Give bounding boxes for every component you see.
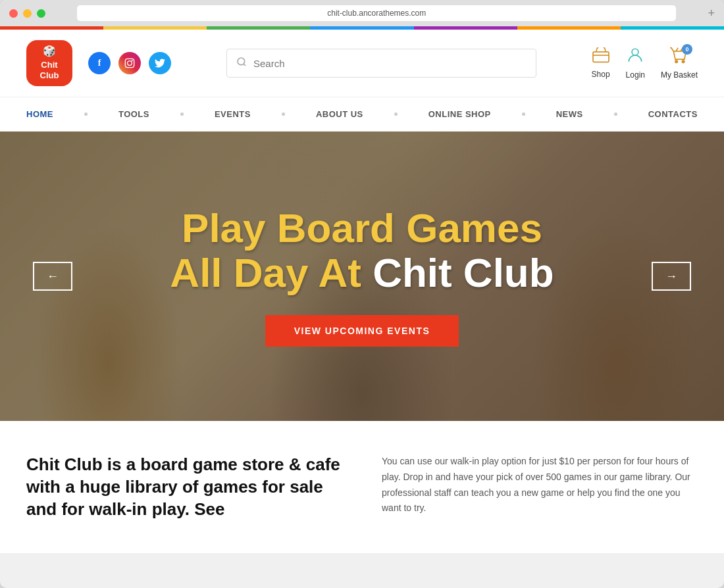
login-label: Login (626, 70, 645, 80)
site-header: 🎲 Chit Club f (0, 30, 724, 97)
svg-line-4 (244, 64, 246, 66)
basket-label: My Basket (661, 70, 698, 80)
instagram-icon[interactable] (118, 52, 141, 74)
svg-point-7 (632, 49, 638, 55)
nav-items-list: HOME TOOLS EVENTS ABOUT US ONLINE SHOP (26, 109, 698, 119)
nav-dot-4 (394, 112, 398, 116)
color-segment-purple (414, 26, 517, 30)
basket-badge: 0 (682, 44, 692, 55)
nav-dot-5 (522, 112, 525, 116)
content-right-text: You can use our walk-in play option for … (382, 454, 698, 516)
nav-link-home[interactable]: HOME (26, 109, 53, 119)
login-icon (627, 47, 644, 68)
content-section: Chit Club is a board game store & cafe w… (0, 421, 724, 553)
shop-label: Shop (592, 70, 610, 79)
nav-link-news[interactable]: NEWS (556, 109, 583, 119)
nav-link-about[interactable]: ABOUT US (316, 109, 363, 119)
url-text: chit-club.ancorathemes.com (327, 9, 426, 18)
nav-dot-3 (282, 112, 285, 116)
arrow-left-icon: ← (47, 270, 59, 283)
nav-dot-1 (84, 112, 88, 116)
new-tab-button[interactable]: + (708, 7, 715, 20)
color-segment-yellow (103, 26, 207, 30)
facebook-icon[interactable]: f (88, 52, 111, 74)
svg-point-2 (132, 60, 133, 61)
shop-action[interactable]: Shop (592, 47, 610, 79)
nav-item-events[interactable]: EVENTS (215, 109, 251, 119)
close-button[interactable] (9, 9, 18, 18)
hero-section: ← Play Board Games All Day At Chit Club … (0, 132, 724, 421)
minimize-button[interactable] (23, 9, 32, 18)
svg-point-9 (682, 61, 684, 62)
browser-titlebar: chit-club.ancorathemes.com + (0, 0, 724, 26)
nav-link-events[interactable]: EVENTS (215, 109, 251, 119)
logo-dice-icon: 🎲 (43, 45, 56, 59)
basket-action[interactable]: 0 My Basket (661, 47, 698, 80)
search-bar (226, 49, 536, 78)
svg-point-3 (238, 58, 245, 65)
nav-item-about[interactable]: ABOUT US (316, 109, 363, 119)
hero-title-white: Chit Club (373, 250, 554, 295)
hero-cta-button[interactable]: VIEW UPCOMING EVENTS (265, 315, 459, 347)
svg-rect-5 (593, 52, 609, 62)
login-action[interactable]: Login (626, 47, 645, 80)
nav-item-home[interactable]: HOME (26, 109, 53, 119)
search-input[interactable] (253, 58, 527, 69)
logo-line1: Chit (41, 60, 57, 71)
site-navigation: HOME TOOLS EVENTS ABOUT US ONLINE SHOP (0, 97, 724, 132)
hero-title-line2: All Day At Chit Club (170, 251, 554, 295)
color-segment-cyan (621, 26, 724, 30)
search-icon (236, 57, 247, 70)
svg-rect-0 (125, 59, 134, 67)
nav-dot-6 (614, 112, 617, 116)
address-bar[interactable]: chit-club.ancorathemes.com (77, 5, 676, 21)
nav-item-tools[interactable]: TOOLS (118, 109, 149, 119)
nav-item-news[interactable]: NEWS (556, 109, 583, 119)
browser-window: chit-club.ancorathemes.com + 🎲 Chit Club… (0, 0, 724, 588)
nav-item-online-shop[interactable]: ONLINE SHOP (428, 109, 491, 119)
nav-link-tools[interactable]: TOOLS (118, 109, 149, 119)
site-logo[interactable]: 🎲 Chit Club (26, 40, 72, 86)
logo-line2: Club (40, 70, 59, 82)
social-icons: f (88, 52, 171, 74)
basket-icon-wrap: 0 (670, 47, 688, 68)
color-segment-blue (310, 26, 413, 30)
hero-next-button[interactable]: → (652, 262, 691, 291)
color-segment-red (0, 26, 103, 30)
content-right: You can use our walk-in play option for … (382, 454, 698, 520)
hero-title-yellow: All Day At (170, 250, 373, 295)
twitter-icon[interactable] (149, 52, 171, 74)
nav-link-online-shop[interactable]: ONLINE SHOP (428, 109, 491, 119)
hero-content: Play Board Games All Day At Chit Club VI… (0, 132, 724, 421)
color-segment-green (207, 26, 310, 30)
arrow-right-icon: → (665, 270, 677, 283)
nav-dot-2 (180, 112, 184, 116)
nav-item-contacts[interactable]: CONTACTS (648, 109, 698, 119)
header-actions: Shop Login (592, 47, 698, 80)
hero-title-line1: Play Board Games (182, 206, 542, 251)
maximize-button[interactable] (37, 9, 45, 18)
shop-icon (592, 47, 610, 67)
color-accent-bar (0, 26, 724, 30)
hero-prev-button[interactable]: ← (33, 262, 72, 291)
content-left: Chit Club is a board game store & cafe w… (26, 454, 342, 520)
site-wrapper: 🎲 Chit Club f (0, 30, 724, 553)
svg-point-1 (128, 61, 132, 66)
content-left-title: Chit Club is a board game store & cafe w… (26, 454, 342, 520)
nav-link-contacts[interactable]: CONTACTS (648, 109, 698, 119)
color-segment-orange (517, 26, 621, 30)
svg-point-8 (675, 61, 677, 62)
